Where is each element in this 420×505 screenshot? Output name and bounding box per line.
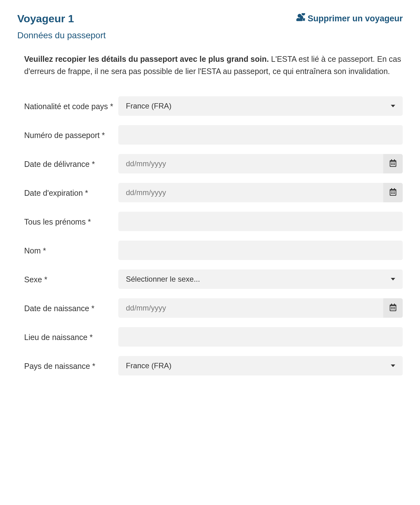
surname-label: Nom * [24, 241, 118, 256]
expiry-date-picker-button[interactable] [383, 183, 403, 202]
birth-place-label: Lieu de naissance * [24, 327, 118, 343]
passport-number-input[interactable] [118, 125, 403, 145]
given-names-input[interactable] [118, 212, 403, 231]
birth-country-select[interactable]: France (FRA) [118, 356, 403, 375]
birth-country-label: Pays de naissance * [24, 356, 118, 372]
calendar-icon [389, 188, 397, 197]
passport-number-label: Numéro de passeport * [24, 125, 118, 141]
caret-down-icon [391, 278, 395, 280]
caret-down-icon [391, 364, 395, 367]
instructions-bold: Veuillez recopier les détails du passepo… [24, 55, 269, 63]
sex-label: Sexe * [24, 269, 118, 285]
calendar-icon [389, 304, 397, 312]
calendar-icon [389, 159, 397, 168]
sex-select[interactable]: Sélectionner le sexe... [118, 269, 403, 289]
birth-date-input[interactable] [118, 298, 383, 318]
birth-date-picker-button[interactable] [383, 298, 403, 318]
remove-traveller-label: Supprimer un voyageur [308, 14, 403, 24]
issue-date-input[interactable] [118, 154, 383, 173]
nationality-value: France (FRA) [126, 102, 171, 110]
caret-down-icon [391, 105, 395, 107]
birth-date-label: Date de naissance * [24, 298, 118, 314]
remove-traveller-button[interactable]: Supprimer un voyageur [296, 13, 403, 24]
issue-date-picker-button[interactable] [383, 154, 403, 173]
surname-input[interactable] [118, 241, 403, 260]
instructions-text: Veuillez recopier les détails du passepo… [24, 53, 403, 77]
traveller-title: Voyageur 1 [17, 13, 74, 25]
expiry-date-input[interactable] [118, 183, 383, 202]
issue-date-label: Date de délivrance * [24, 154, 118, 170]
given-names-label: Tous les prénoms * [24, 212, 118, 227]
sex-value: Sélectionner le sexe... [126, 275, 200, 284]
user-remove-icon [296, 13, 305, 24]
expiry-date-label: Date d'expiration * [24, 183, 118, 199]
birth-place-input[interactable] [118, 327, 403, 347]
nationality-select[interactable]: France (FRA) [118, 96, 403, 116]
nationality-label: Nationalité et code pays * [24, 96, 118, 112]
section-subtitle: Données du passeport [17, 30, 403, 40]
birth-country-value: France (FRA) [126, 361, 171, 370]
